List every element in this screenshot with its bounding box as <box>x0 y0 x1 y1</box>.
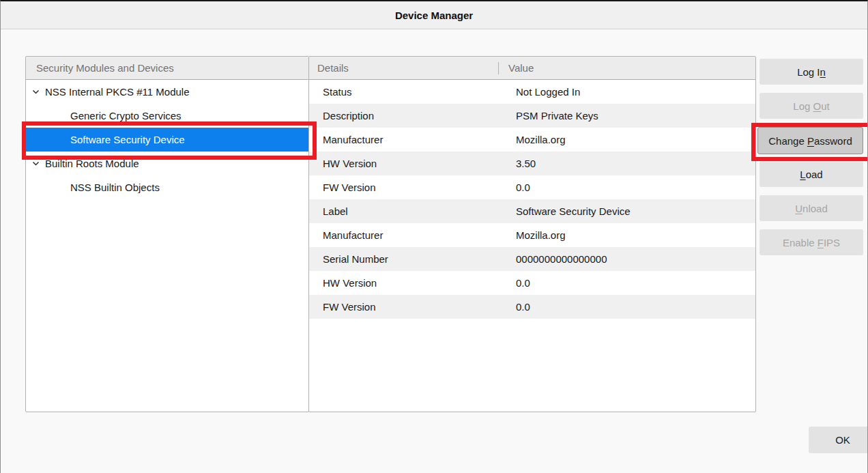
table-row[interactable]: Description PSM Private Keys <box>309 104 755 128</box>
tree-item-label: Software Security Device <box>70 134 185 145</box>
detail-field: HW Version <box>309 277 516 289</box>
change-password-button[interactable]: Change Password <box>757 127 863 154</box>
detail-value: 0.0 <box>516 301 755 313</box>
detail-value: Mozilla.org <box>516 134 755 145</box>
tree-column-header: Security Modules and Devices <box>26 57 308 80</box>
tree-item-generic-crypto-services[interactable]: Generic Crypto Services <box>26 104 308 128</box>
detail-value: 0.0 <box>516 277 755 289</box>
tree-column-header-label: Security Modules and Devices <box>36 62 174 74</box>
table-row[interactable]: FW Version 0.0 <box>309 175 755 199</box>
dialog-title: Device Manager <box>395 10 473 21</box>
detail-field: Status <box>309 86 516 98</box>
tree-item-label: NSS Builtin Objects <box>70 182 160 193</box>
detail-value: Software Security Device <box>516 205 755 217</box>
detail-value: 3.50 <box>516 158 755 169</box>
security-modules-tree: Security Modules and Devices NSS Interna… <box>25 56 309 412</box>
table-row[interactable]: Status Not Logged In <box>309 80 755 104</box>
detail-value: 0000000000000000 <box>516 253 755 265</box>
detail-value: Not Logged In <box>516 86 755 98</box>
unload-button[interactable]: Unload <box>760 195 863 221</box>
detail-field: Label <box>309 205 516 217</box>
table-row[interactable]: Manufacturer Mozilla.org <box>309 223 755 247</box>
column-divider <box>498 62 499 74</box>
detail-field: FW Version <box>309 182 516 193</box>
detail-field: Serial Number <box>309 253 516 265</box>
detail-field: Description <box>309 110 516 121</box>
titlebar: Device Manager <box>1 1 867 29</box>
table-row[interactable]: HW Version 3.50 <box>309 152 755 175</box>
table-row[interactable]: FW Version 0.0 <box>309 295 755 319</box>
log-in-button[interactable]: Log In <box>760 59 863 85</box>
value-column-label: Value <box>508 62 534 74</box>
table-row[interactable]: Manufacturer Mozilla.org <box>309 128 755 152</box>
table-row[interactable]: HW Version 0.0 <box>309 271 755 295</box>
detail-field: FW Version <box>309 301 516 313</box>
detail-value: PSM Private Keys <box>516 110 755 121</box>
chevron-down-icon[interactable] <box>32 89 45 94</box>
table-row[interactable]: Serial Number 0000000000000000 <box>309 247 755 271</box>
details-column-header: Details Value <box>309 57 755 80</box>
tree-item-label: Builtin Roots Module <box>45 158 139 169</box>
tree-item-software-security-device[interactable]: Software Security Device <box>26 128 308 152</box>
tree-item-label: Generic Crypto Services <box>70 110 182 121</box>
detail-value: 0.0 <box>516 182 755 193</box>
ok-button[interactable]: OK <box>809 427 868 453</box>
detail-field: HW Version <box>309 158 516 169</box>
tree-item-nss-builtin-objects[interactable]: NSS Builtin Objects <box>26 175 308 199</box>
details-column-label: Details <box>309 62 498 74</box>
device-manager-dialog: Device Manager Security Modules and Devi… <box>0 0 868 473</box>
tree-item-nss-internal-pkcs11-module[interactable]: NSS Internal PKCS #11 Module <box>26 80 308 104</box>
table-row[interactable]: Label Software Security Device <box>309 199 755 223</box>
chevron-down-icon[interactable] <box>32 161 45 166</box>
tree-item-label: NSS Internal PKCS #11 Module <box>45 86 190 98</box>
device-details-table: Details Value Status Not Logged In Descr… <box>308 56 756 412</box>
tree-item-builtin-roots-module[interactable]: Builtin Roots Module <box>26 152 308 175</box>
load-button[interactable]: Load <box>760 161 863 187</box>
detail-field: Manufacturer <box>309 134 516 145</box>
log-out-button[interactable]: Log Out <box>760 93 863 119</box>
detail-value: Mozilla.org <box>516 229 755 241</box>
detail-field: Manufacturer <box>309 229 516 241</box>
enable-fips-button[interactable]: Enable FIPS <box>760 229 863 255</box>
